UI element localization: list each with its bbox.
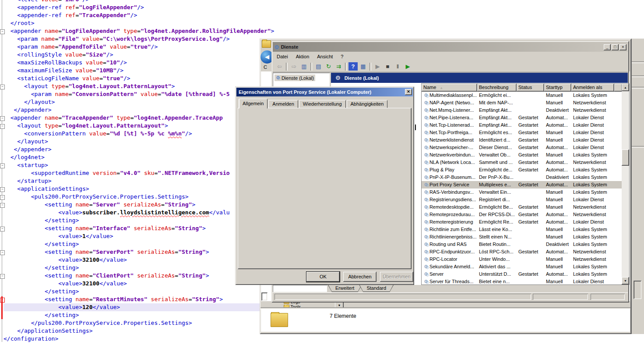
properties-icon[interactable]: ▤ bbox=[314, 62, 323, 71]
code-line: <appender-ref ref="LogFileAppender"/> bbox=[4, 4, 260, 11]
fold-marker-icon[interactable]: − bbox=[0, 29, 5, 34]
menu-item-datei[interactable]: Datei bbox=[273, 53, 292, 60]
fold-marker-icon[interactable]: − bbox=[0, 116, 5, 121]
table-row[interactable]: ⚙Richtlinienergebniss...Stellt einen N..… bbox=[422, 233, 622, 241]
back-icon[interactable]: ⇦ bbox=[275, 62, 284, 71]
ok-button[interactable]: OK bbox=[306, 272, 340, 282]
code-line: </root> bbox=[4, 19, 260, 27]
tab-anmelden[interactable]: Anmelden bbox=[268, 100, 298, 108]
table-row[interactable]: ⚙Netzwerkspeicher-...Dieser Dienst...Ges… bbox=[422, 144, 622, 151]
fold-marker-icon[interactable]: − bbox=[0, 195, 5, 200]
fold-marker-icon[interactable]: − bbox=[0, 85, 5, 89]
service-description: Identifiziert d... bbox=[477, 136, 517, 144]
service-description: Lässt eine Ko... bbox=[477, 226, 517, 233]
table-row[interactable]: ⚙Multimediaklassenpl...Ermöglicht ei...M… bbox=[422, 92, 622, 99]
table-row[interactable]: ⚙PnP-X-IP-Busenum...Der PnP-X-Bu...Deakt… bbox=[422, 174, 622, 181]
tab-wiederherstellung[interactable]: Wiederherstellung bbox=[299, 100, 346, 108]
vertical-scrollbar[interactable]: ▲ ▼ bbox=[622, 84, 629, 285]
fold-marker-icon[interactable]: − bbox=[0, 124, 5, 129]
service-status bbox=[517, 174, 544, 181]
fold-marker-icon[interactable]: − bbox=[0, 187, 5, 192]
export-list-icon[interactable]: ⇉ bbox=[334, 62, 343, 71]
refresh-icon[interactable]: ↻ bbox=[324, 62, 333, 71]
menu-item-ansicht[interactable]: Ansicht bbox=[313, 53, 337, 60]
minimize-button[interactable]: _ bbox=[604, 44, 611, 50]
service-gear-icon: ⚙ bbox=[424, 212, 428, 217]
fold-marker-icon[interactable]: − bbox=[0, 227, 5, 231]
service-name: ⚙Remoteregistrierung bbox=[422, 218, 477, 226]
tab-abhängigkeiten[interactable]: Abhängigkeiten bbox=[347, 100, 388, 108]
dialog-titlebar[interactable]: Eigenschaften von Port Proxy Service (Lo… bbox=[236, 88, 413, 96]
table-row[interactable]: ⚙ServerUnterstützt D...GestartetAutomat.… bbox=[422, 270, 622, 278]
column-header-name[interactable]: Name▲ bbox=[422, 84, 477, 92]
table-row[interactable]: ⚙RemoteregistrierungErmöglicht Re...Gest… bbox=[422, 218, 622, 226]
table-row[interactable]: ⚙Port Proxy ServiceMultiplexes e...Gesta… bbox=[422, 181, 622, 189]
titlebar[interactable]: ⚙ Dienste _□× bbox=[273, 42, 628, 52]
table-row[interactable]: ⚙Server für Threads...Bietet eine n...Ma… bbox=[422, 278, 622, 285]
ubernehmen-button[interactable]: Übernehmen bbox=[380, 272, 413, 282]
table-row[interactable]: ⚙NLA (Network Loca...Sammelt und ...Gest… bbox=[422, 159, 622, 166]
code-line: <maxSizeRollBackups value="10"/> bbox=[4, 59, 260, 67]
service-description: Ermöglicht Be... bbox=[477, 203, 517, 211]
table-row[interactable]: ⚙RPC-LocatorUnter Windo...ManuellNetzwer… bbox=[422, 256, 622, 263]
abbrechen-button[interactable]: Abbrechen bbox=[343, 272, 377, 282]
table-row[interactable]: ⚙Richtlinie zum Entfe...Lässt eine Ko...… bbox=[422, 226, 622, 233]
close-button[interactable]: × bbox=[619, 44, 626, 50]
service-gear-icon: ⚙ bbox=[424, 174, 428, 180]
column-header-anmelden-als[interactable]: Anmelden als bbox=[571, 84, 614, 92]
column-header-blank[interactable] bbox=[614, 84, 622, 92]
column-header-beschreibung[interactable]: Beschreibung bbox=[477, 84, 517, 92]
close-button[interactable]: ✕ bbox=[405, 89, 412, 95]
code-line: <value>1</value> bbox=[4, 232, 260, 240]
stop-service-icon[interactable]: ■ bbox=[383, 62, 392, 71]
table-row[interactable]: ⚙Net.Msmq-Listener...Empfängt Akt...Deak… bbox=[422, 107, 622, 114]
forward-icon[interactable]: ⇨ bbox=[289, 62, 299, 71]
service-status: Gestartet bbox=[517, 218, 544, 226]
code-line: <appender name="LogFileAppender" type="l… bbox=[4, 27, 260, 35]
table-row[interactable]: ⚙Plug & PlayErmöglicht de...GestartetAut… bbox=[422, 166, 622, 174]
fold-marker-icon[interactable]: − bbox=[0, 203, 5, 208]
scrollbar-thumb[interactable] bbox=[622, 149, 629, 166]
table-row[interactable]: ⚙RAS-Verbindungsv...Verwaltet Ein...Manu… bbox=[422, 189, 622, 196]
show-console-tree-icon[interactable]: ▥ bbox=[299, 62, 309, 71]
fold-marker-icon[interactable]: − bbox=[0, 274, 5, 279]
table-row[interactable]: ⚙RPC-Endpunktzuor...Löst RPC-Sch...Gesta… bbox=[422, 248, 622, 256]
pause-service-icon[interactable]: ‖ bbox=[393, 62, 402, 71]
scroll-up-button[interactable]: ▲ bbox=[622, 84, 629, 91]
extended-view-icon[interactable]: ▦ bbox=[359, 62, 368, 71]
menu-item-[interactable]: ? bbox=[337, 53, 347, 60]
table-row[interactable]: ⚙Registrierungsdiens...Registriert di...… bbox=[422, 196, 622, 203]
restart-service-icon[interactable]: ▶ bbox=[403, 62, 412, 71]
fold-marker-icon[interactable]: − bbox=[0, 250, 5, 255]
service-status bbox=[517, 233, 544, 241]
service-starttype: Deaktiviert bbox=[544, 174, 571, 181]
code-line: <setting name="Interface" serializeAs="S… bbox=[4, 224, 260, 232]
column-header-status[interactable]: Status bbox=[517, 84, 544, 92]
menu-item-aktion[interactable]: Aktion bbox=[292, 53, 313, 60]
table-row[interactable]: ⚙Net.Pipe-Listenera...Empfängt Akt...Ges… bbox=[422, 114, 622, 121]
fold-marker-icon[interactable]: − bbox=[0, 164, 5, 168]
table-row[interactable]: ⚙Remoteprozedurau...Der RPCSS-Di...Gesta… bbox=[422, 211, 622, 218]
toolbar-separator bbox=[286, 63, 288, 71]
table-row[interactable]: ⚙NAP-Agent (Netwo...Mit dem NAP-...Manue… bbox=[422, 99, 622, 107]
table-row[interactable]: ⚙Sekundäre Anmeld...Aktiviert das ...Man… bbox=[422, 263, 622, 270]
column-header-starttyp[interactable]: Starttyp bbox=[544, 84, 571, 92]
view-tab-standard[interactable]: Standard bbox=[359, 285, 393, 292]
code-text[interactable]: <level value="INFO"/> <appender-ref ref=… bbox=[4, 0, 260, 343]
tree-item-dienste-lokal[interactable]: ⚙ Dienste (Lokal) bbox=[274, 75, 315, 81]
table-row[interactable]: ⚙Remotedesktopdie...Ermöglicht Be...Gest… bbox=[422, 203, 622, 211]
service-name: ⚙Net.Pipe-Listenera... bbox=[422, 114, 477, 121]
tab-allgemein[interactable]: Allgemein bbox=[239, 99, 267, 109]
view-tab-erweitert[interactable]: Erweitert bbox=[328, 285, 361, 292]
help-icon[interactable]: ? bbox=[348, 62, 358, 71]
table-row[interactable]: ⚙Netzwerkverbindun...Verwaltet Ob...Gest… bbox=[422, 151, 622, 159]
start-service-icon[interactable]: ▶ bbox=[373, 62, 382, 71]
maximize-button[interactable]: □ bbox=[612, 44, 619, 50]
table-row[interactable]: ⚙NetzwerklistendienstIdentifiziert d...G… bbox=[422, 136, 622, 144]
table-row[interactable]: ⚙Routing und RASBietet Routin...Deaktivi… bbox=[422, 241, 622, 248]
service-logon-as: Lokaler Dienst bbox=[571, 218, 614, 226]
service-gear-icon: ⚙ bbox=[424, 100, 428, 105]
scroll-down-button[interactable]: ▼ bbox=[622, 277, 629, 285]
table-row[interactable]: ⚙Net.Tcp-Listenerad...Empfängt Akt...Ges… bbox=[422, 121, 622, 129]
table-row[interactable]: ⚙Net.Tcp-Portfreiga...Ermöglicht es...Ge… bbox=[422, 129, 622, 136]
